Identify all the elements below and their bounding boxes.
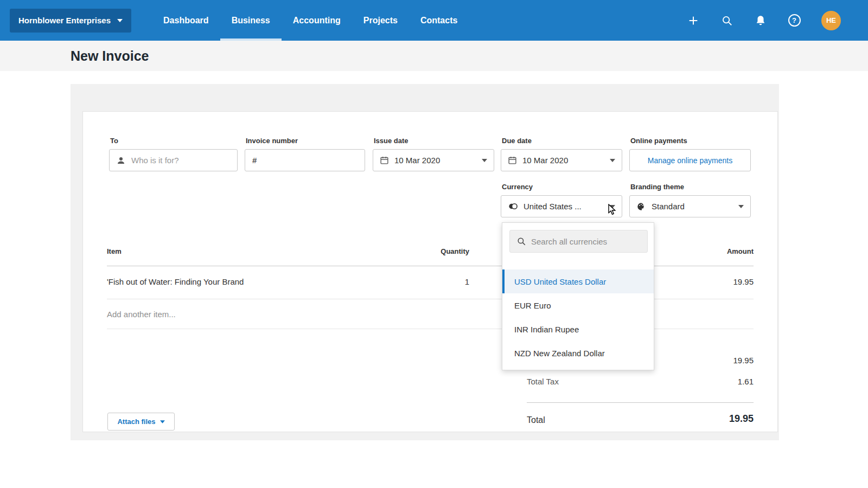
- manage-online-payments-button[interactable]: Manage online payments: [629, 149, 751, 171]
- calendar-icon: [380, 156, 389, 165]
- total-amount: 19.95: [645, 413, 754, 425]
- currency-label: Currency: [502, 183, 533, 191]
- plus-icon[interactable]: [687, 14, 700, 27]
- due-date-label: Due date: [502, 137, 532, 145]
- hash-icon: #: [252, 156, 257, 165]
- currency-search-field: [509, 230, 648, 253]
- branding-theme-select[interactable]: Standard: [629, 195, 751, 217]
- invoice-number-label: Invoice number: [246, 137, 298, 145]
- due-date-value: 10 Mar 2020: [522, 156, 568, 165]
- online-payments-label: Online payments: [630, 137, 687, 145]
- add-item-label: Add another item...: [107, 310, 176, 319]
- calendar-icon: [508, 156, 517, 165]
- currency-search-input[interactable]: [531, 237, 643, 246]
- total-label: Total: [527, 415, 545, 425]
- total-tax-amount: 1.61: [645, 377, 754, 386]
- search-icon: [516, 236, 526, 246]
- currency-select[interactable]: United States ...: [501, 195, 622, 217]
- chevron-down-icon: [738, 205, 744, 208]
- totals-divider: [527, 402, 754, 403]
- coins-icon: [508, 201, 518, 211]
- help-icon[interactable]: ?: [788, 14, 801, 27]
- avatar[interactable]: HE: [821, 11, 841, 30]
- column-header-item: Item: [107, 247, 122, 255]
- item-amount-cell: 19.95: [645, 277, 754, 286]
- issue-date-label: Issue date: [374, 137, 409, 145]
- chevron-down-icon: [482, 159, 487, 162]
- attach-files-button[interactable]: Attach files: [107, 413, 175, 431]
- currency-value: United States ...: [524, 202, 582, 211]
- total-tax-label: Total Tax: [527, 377, 559, 386]
- nav-item-contacts[interactable]: Contacts: [409, 0, 469, 41]
- search-icon[interactable]: [720, 14, 733, 27]
- branding-theme-label: Branding theme: [630, 183, 684, 191]
- item-quantity-cell: 1: [409, 277, 469, 286]
- org-selector[interactable]: Hornblower Enterprises: [10, 9, 131, 33]
- invoice-number-input[interactable]: [262, 156, 360, 165]
- nav-utilities: ? HE: [687, 11, 841, 30]
- invoice-card: To Invoice number # Issue date 10 Mar 20…: [82, 111, 778, 432]
- add-item-row[interactable]: Add another item...: [107, 299, 754, 329]
- column-header-quantity: Quantity: [409, 247, 469, 255]
- top-nav: Hornblower Enterprises Dashboard Busines…: [0, 0, 868, 41]
- nav-item-accounting[interactable]: Accounting: [282, 0, 352, 41]
- palette-icon: [636, 202, 646, 211]
- currency-dropdown-panel: USD United States Dollar EUR Euro INR In…: [502, 222, 654, 370]
- currency-option-nzd[interactable]: NZD New Zealand Dollar: [502, 341, 654, 365]
- to-input[interactable]: [131, 156, 233, 165]
- currency-option-usd[interactable]: USD United States Dollar: [502, 269, 654, 293]
- org-name: Hornblower Enterprises: [18, 16, 111, 25]
- main-nav: Dashboard Business Accounting Projects C…: [152, 0, 469, 41]
- issue-date-picker[interactable]: 10 Mar 2020: [373, 149, 494, 171]
- attach-files-label: Attach files: [117, 418, 155, 426]
- currency-options-list: USD United States Dollar EUR Euro INR In…: [502, 269, 654, 365]
- currency-option-inr[interactable]: INR Indian Rupee: [502, 317, 654, 341]
- chevron-down-icon: [117, 19, 123, 22]
- nav-item-dashboard[interactable]: Dashboard: [152, 0, 220, 41]
- table-row[interactable]: 'Fish out of Water: Finding Your Brand 1…: [107, 266, 754, 299]
- to-field: [109, 149, 238, 171]
- currency-option-eur[interactable]: EUR Euro: [502, 293, 654, 317]
- chevron-down-icon: [160, 420, 165, 423]
- page-title: New Invoice: [71, 48, 149, 64]
- nav-item-projects[interactable]: Projects: [352, 0, 409, 41]
- due-date-picker[interactable]: 10 Mar 2020: [501, 149, 622, 171]
- invoice-card-background: To Invoice number # Issue date 10 Mar 20…: [71, 84, 779, 440]
- nav-item-business[interactable]: Business: [220, 0, 282, 41]
- subtotal-amount: 19.95: [645, 356, 754, 365]
- person-icon: [116, 156, 126, 165]
- chevron-down-icon: [610, 205, 615, 208]
- chevron-down-icon: [610, 159, 615, 162]
- help-glyph: ?: [788, 14, 801, 27]
- issue-date-value: 10 Mar 2020: [394, 156, 440, 165]
- branding-theme-value: Standard: [652, 202, 685, 211]
- item-name-cell: 'Fish out of Water: Finding Your Brand: [107, 277, 244, 286]
- to-label: To: [110, 137, 118, 145]
- avatar-initials: HE: [826, 16, 836, 24]
- column-header-amount: Amount: [645, 247, 754, 255]
- page-header: New Invoice: [0, 41, 868, 71]
- invoice-number-field: #: [245, 149, 365, 171]
- bell-icon[interactable]: [754, 14, 767, 27]
